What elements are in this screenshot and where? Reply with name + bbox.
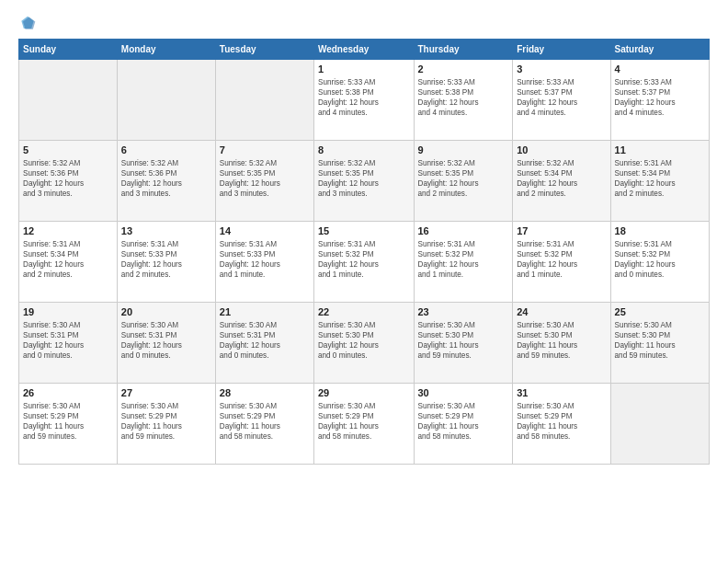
day-info: Sunrise: 5:30 AM Sunset: 5:30 PM Dayligh… bbox=[318, 320, 410, 361]
day-number: 17 bbox=[517, 224, 606, 237]
calendar-cell: 2Sunrise: 5:33 AM Sunset: 5:38 PM Daylig… bbox=[414, 60, 513, 141]
calendar-cell bbox=[117, 60, 215, 141]
day-number: 24 bbox=[517, 305, 606, 318]
calendar-cell bbox=[215, 60, 313, 141]
logo bbox=[18, 15, 40, 33]
calendar-cell: 1Sunrise: 5:33 AM Sunset: 5:38 PM Daylig… bbox=[313, 60, 414, 141]
day-info: Sunrise: 5:33 AM Sunset: 5:37 PM Dayligh… bbox=[615, 77, 705, 118]
logo-icon bbox=[18, 15, 37, 33]
day-info: Sunrise: 5:31 AM Sunset: 5:32 PM Dayligh… bbox=[517, 239, 606, 280]
col-header-sunday: Sunday bbox=[19, 40, 118, 60]
calendar-cell: 14Sunrise: 5:31 AM Sunset: 5:33 PM Dayli… bbox=[215, 222, 313, 303]
day-number: 19 bbox=[23, 305, 113, 318]
col-header-monday: Monday bbox=[117, 40, 215, 60]
calendar-cell: 7Sunrise: 5:32 AM Sunset: 5:35 PM Daylig… bbox=[215, 141, 313, 222]
day-info: Sunrise: 5:31 AM Sunset: 5:32 PM Dayligh… bbox=[418, 239, 509, 280]
day-info: Sunrise: 5:32 AM Sunset: 5:35 PM Dayligh… bbox=[418, 158, 509, 199]
day-number: 7 bbox=[220, 144, 310, 156]
calendar-cell: 29Sunrise: 5:30 AM Sunset: 5:29 PM Dayli… bbox=[313, 384, 414, 465]
day-number: 2 bbox=[418, 63, 509, 75]
day-info: Sunrise: 5:33 AM Sunset: 5:37 PM Dayligh… bbox=[517, 77, 606, 118]
calendar-cell: 25Sunrise: 5:30 AM Sunset: 5:30 PM Dayli… bbox=[610, 303, 709, 384]
calendar-week-4: 19Sunrise: 5:30 AM Sunset: 5:31 PM Dayli… bbox=[19, 303, 710, 384]
col-header-saturday: Saturday bbox=[610, 40, 709, 60]
day-info: Sunrise: 5:31 AM Sunset: 5:33 PM Dayligh… bbox=[121, 239, 211, 280]
calendar-cell: 28Sunrise: 5:30 AM Sunset: 5:29 PM Dayli… bbox=[215, 384, 313, 465]
day-number: 28 bbox=[220, 386, 310, 399]
day-info: Sunrise: 5:30 AM Sunset: 5:29 PM Dayligh… bbox=[23, 401, 113, 442]
day-number: 25 bbox=[615, 305, 705, 318]
day-info: Sunrise: 5:30 AM Sunset: 5:30 PM Dayligh… bbox=[615, 320, 705, 361]
day-number: 16 bbox=[418, 224, 509, 237]
day-number: 1 bbox=[318, 63, 410, 75]
day-info: Sunrise: 5:32 AM Sunset: 5:36 PM Dayligh… bbox=[121, 158, 211, 199]
day-info: Sunrise: 5:31 AM Sunset: 5:34 PM Dayligh… bbox=[615, 158, 705, 199]
day-number: 4 bbox=[615, 63, 705, 75]
calendar-table: SundayMondayTuesdayWednesdayThursdayFrid… bbox=[18, 39, 710, 465]
day-info: Sunrise: 5:31 AM Sunset: 5:33 PM Dayligh… bbox=[220, 239, 310, 280]
calendar-week-1: 1Sunrise: 5:33 AM Sunset: 5:38 PM Daylig… bbox=[19, 60, 710, 141]
calendar-cell: 19Sunrise: 5:30 AM Sunset: 5:31 PM Dayli… bbox=[19, 303, 118, 384]
calendar-cell: 12Sunrise: 5:31 AM Sunset: 5:34 PM Dayli… bbox=[19, 222, 118, 303]
day-info: Sunrise: 5:31 AM Sunset: 5:32 PM Dayligh… bbox=[318, 239, 410, 280]
day-number: 20 bbox=[121, 305, 211, 318]
day-number: 21 bbox=[220, 305, 310, 318]
day-number: 6 bbox=[121, 144, 211, 156]
page: SundayMondayTuesdayWednesdayThursdayFrid… bbox=[0, 0, 728, 474]
day-info: Sunrise: 5:32 AM Sunset: 5:34 PM Dayligh… bbox=[517, 158, 606, 199]
calendar-week-3: 12Sunrise: 5:31 AM Sunset: 5:34 PM Dayli… bbox=[19, 222, 710, 303]
calendar-cell: 10Sunrise: 5:32 AM Sunset: 5:34 PM Dayli… bbox=[513, 141, 610, 222]
day-info: Sunrise: 5:32 AM Sunset: 5:35 PM Dayligh… bbox=[220, 158, 310, 199]
calendar-cell: 22Sunrise: 5:30 AM Sunset: 5:30 PM Dayli… bbox=[313, 303, 414, 384]
day-info: Sunrise: 5:30 AM Sunset: 5:29 PM Dayligh… bbox=[121, 401, 211, 442]
col-header-thursday: Thursday bbox=[414, 40, 513, 60]
calendar-cell: 6Sunrise: 5:32 AM Sunset: 5:36 PM Daylig… bbox=[117, 141, 215, 222]
day-info: Sunrise: 5:32 AM Sunset: 5:35 PM Dayligh… bbox=[318, 158, 410, 199]
calendar-week-5: 26Sunrise: 5:30 AM Sunset: 5:29 PM Dayli… bbox=[19, 384, 710, 465]
col-header-friday: Friday bbox=[513, 40, 610, 60]
calendar-cell: 17Sunrise: 5:31 AM Sunset: 5:32 PM Dayli… bbox=[513, 222, 610, 303]
day-info: Sunrise: 5:33 AM Sunset: 5:38 PM Dayligh… bbox=[318, 77, 410, 118]
day-number: 14 bbox=[220, 224, 310, 237]
day-info: Sunrise: 5:31 AM Sunset: 5:32 PM Dayligh… bbox=[615, 239, 705, 280]
calendar-cell: 3Sunrise: 5:33 AM Sunset: 5:37 PM Daylig… bbox=[513, 60, 610, 141]
day-number: 3 bbox=[517, 63, 606, 75]
calendar-cell bbox=[610, 384, 709, 465]
day-info: Sunrise: 5:30 AM Sunset: 5:29 PM Dayligh… bbox=[318, 401, 410, 442]
day-number: 18 bbox=[615, 224, 705, 237]
day-number: 8 bbox=[318, 144, 410, 156]
day-number: 5 bbox=[23, 144, 113, 156]
header-row: SundayMondayTuesdayWednesdayThursdayFrid… bbox=[19, 40, 710, 60]
day-number: 13 bbox=[121, 224, 211, 237]
col-header-wednesday: Wednesday bbox=[313, 40, 414, 60]
day-number: 30 bbox=[418, 386, 509, 399]
day-info: Sunrise: 5:30 AM Sunset: 5:29 PM Dayligh… bbox=[220, 401, 310, 442]
day-number: 29 bbox=[318, 386, 410, 399]
day-number: 31 bbox=[517, 386, 606, 399]
calendar-cell: 31Sunrise: 5:30 AM Sunset: 5:29 PM Dayli… bbox=[513, 384, 610, 465]
day-info: Sunrise: 5:30 AM Sunset: 5:31 PM Dayligh… bbox=[121, 320, 211, 361]
calendar-cell: 16Sunrise: 5:31 AM Sunset: 5:32 PM Dayli… bbox=[414, 222, 513, 303]
day-number: 12 bbox=[23, 224, 113, 237]
calendar-cell: 9Sunrise: 5:32 AM Sunset: 5:35 PM Daylig… bbox=[414, 141, 513, 222]
calendar-cell: 20Sunrise: 5:30 AM Sunset: 5:31 PM Dayli… bbox=[117, 303, 215, 384]
calendar-cell: 23Sunrise: 5:30 AM Sunset: 5:30 PM Dayli… bbox=[414, 303, 513, 384]
day-number: 15 bbox=[318, 224, 410, 237]
day-number: 23 bbox=[418, 305, 509, 318]
calendar-cell: 18Sunrise: 5:31 AM Sunset: 5:32 PM Dayli… bbox=[610, 222, 709, 303]
calendar-cell: 4Sunrise: 5:33 AM Sunset: 5:37 PM Daylig… bbox=[610, 60, 709, 141]
calendar-cell: 30Sunrise: 5:30 AM Sunset: 5:29 PM Dayli… bbox=[414, 384, 513, 465]
day-info: Sunrise: 5:33 AM Sunset: 5:38 PM Dayligh… bbox=[418, 77, 509, 118]
day-info: Sunrise: 5:30 AM Sunset: 5:29 PM Dayligh… bbox=[418, 401, 509, 442]
day-info: Sunrise: 5:30 AM Sunset: 5:30 PM Dayligh… bbox=[517, 320, 606, 361]
calendar-week-2: 5Sunrise: 5:32 AM Sunset: 5:36 PM Daylig… bbox=[19, 141, 710, 222]
day-number: 9 bbox=[418, 144, 509, 156]
calendar-cell: 15Sunrise: 5:31 AM Sunset: 5:32 PM Dayli… bbox=[313, 222, 414, 303]
day-info: Sunrise: 5:30 AM Sunset: 5:31 PM Dayligh… bbox=[220, 320, 310, 361]
calendar-cell: 8Sunrise: 5:32 AM Sunset: 5:35 PM Daylig… bbox=[313, 141, 414, 222]
day-number: 22 bbox=[318, 305, 410, 318]
header bbox=[18, 15, 710, 33]
day-number: 26 bbox=[23, 386, 113, 399]
calendar-cell: 21Sunrise: 5:30 AM Sunset: 5:31 PM Dayli… bbox=[215, 303, 313, 384]
calendar-cell bbox=[19, 60, 118, 141]
